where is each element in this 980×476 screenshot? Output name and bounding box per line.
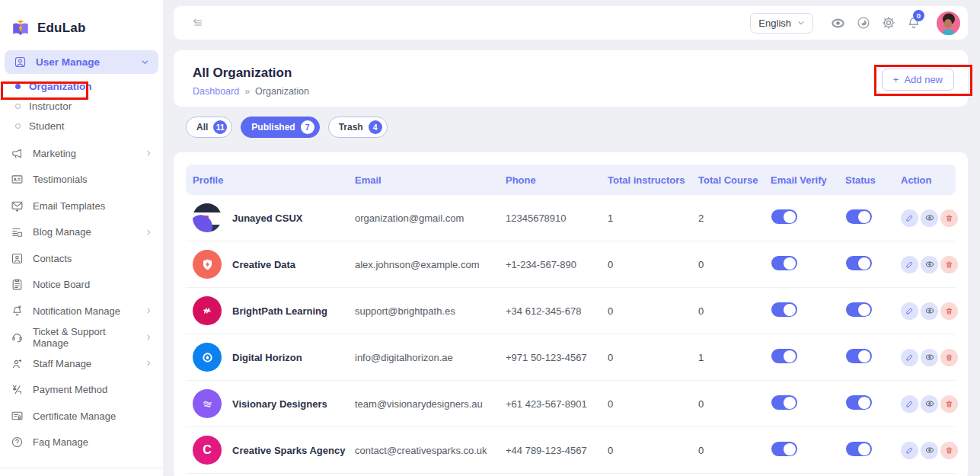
view-button[interactable] <box>921 256 938 273</box>
email-verify-toggle[interactable] <box>771 442 797 456</box>
column-header-email: Email <box>348 174 499 186</box>
delete-button[interactable] <box>940 395 958 413</box>
edit-button[interactable] <box>901 349 918 366</box>
sidebar-item-staff-manage[interactable]: Staff Manage <box>0 350 163 377</box>
total-course-value: 0 <box>691 398 764 410</box>
email-verify-toggle[interactable] <box>771 349 797 363</box>
view-button[interactable] <box>921 302 938 320</box>
notification-bell-icon[interactable]: 0 <box>901 15 926 30</box>
clipboard-icon <box>11 278 24 291</box>
notification-badge: 0 <box>913 10 924 21</box>
view-button[interactable] <box>921 209 938 227</box>
sidebar-item-label: Notice Board <box>33 279 152 290</box>
shield-icon <box>200 257 215 272</box>
delete-button[interactable] <box>940 442 958 459</box>
sidebar-item-label: Contacts <box>33 253 152 264</box>
headset-icon <box>11 331 24 343</box>
delete-button[interactable] <box>940 256 958 273</box>
organization-name: Digital Horizon <box>232 352 302 363</box>
filter-tab-published[interactable]: Published 7 <box>241 117 319 138</box>
sidebar-item-label: Certificate Manage <box>33 411 152 422</box>
dark-mode-moon-icon[interactable] <box>851 15 876 30</box>
eye-icon[interactable] <box>825 15 851 31</box>
delete-button[interactable] <box>940 209 958 227</box>
edit-button[interactable] <box>901 302 918 320</box>
view-button[interactable] <box>921 349 938 366</box>
total-instructors-value: 0 <box>601 352 691 363</box>
email-verify-toggle[interactable] <box>771 395 797 410</box>
chevron-right-icon <box>145 334 152 341</box>
organization-name: Visionary Designers <box>232 398 327 410</box>
bullet-icon <box>15 84 21 89</box>
filter-tab-all[interactable]: All 11 <box>186 117 232 138</box>
organization-phone: +44 789-123-4567 <box>499 445 601 456</box>
delete-button[interactable] <box>940 349 958 366</box>
sidebar-item-ticket-support-manage[interactable]: Ticket & Support Manage <box>0 324 163 351</box>
testimonial-card-icon <box>11 173 24 186</box>
email-verify-toggle[interactable] <box>771 209 797 224</box>
sidebar-item-notification-manage[interactable]: Notification Manage <box>0 298 163 324</box>
total-instructors-value: 1 <box>601 212 691 224</box>
sidebar-group-user-manage[interactable]: User Manage <box>5 50 158 74</box>
brand-name: EduLab <box>37 21 86 36</box>
filter-tab-trash[interactable]: Trash 4 <box>328 117 388 138</box>
status-toggle[interactable] <box>846 395 872 410</box>
filter-label: All <box>196 122 208 133</box>
filter-count-badge: 11 <box>213 120 227 134</box>
sidebar-item-email-templates[interactable]: Email Templates <box>0 193 163 219</box>
sidebar-item-payment-method[interactable]: Payment Method <box>0 377 163 404</box>
edit-button[interactable] <box>901 256 918 273</box>
sidebar-item-notice-board[interactable]: Notice Board <box>0 272 163 299</box>
email-verify-toggle[interactable] <box>771 256 797 270</box>
organization-avatar <box>193 389 222 418</box>
organization-avatar <box>193 343 222 372</box>
sidebar-item-label: Email Templates <box>33 200 152 212</box>
view-button[interactable] <box>921 442 938 459</box>
contact-card-icon <box>11 252 24 265</box>
bullet-icon <box>15 104 21 109</box>
sidebar-item-label: Testimonials <box>33 174 152 185</box>
chevron-right-icon <box>145 359 152 367</box>
status-toggle[interactable] <box>846 442 872 456</box>
sidebar-item-certificate-manage[interactable]: Certificate Manage <box>0 403 163 430</box>
organization-avatar: C <box>193 436 222 465</box>
user-avatar[interactable] <box>937 11 960 35</box>
sidebar-item-blog-manage[interactable]: Blog Manage <box>0 219 163 246</box>
total-instructors-value: 0 <box>601 445 691 456</box>
status-toggle[interactable] <box>846 256 872 270</box>
delete-button[interactable] <box>940 302 958 320</box>
toggle-knob <box>858 397 870 409</box>
table-header-row: Profile Email Phone Total instructors To… <box>186 165 956 195</box>
sidebar-item-instructor[interactable]: Instructor <box>0 96 163 116</box>
sidebar-item-organization[interactable]: Organization <box>0 76 163 96</box>
organization-phone: +34 612-345-678 <box>499 305 601 317</box>
toggle-knob <box>784 257 796 270</box>
sidebar-item-label: Payment Method <box>33 384 152 395</box>
status-toggle[interactable] <box>846 302 872 317</box>
sidebar-item-faq-manage[interactable]: Faq Manage <box>0 430 163 456</box>
sidebar-collapse-icon[interactable] <box>192 17 204 29</box>
gear-icon[interactable] <box>876 15 901 30</box>
sidebar-item-marketing[interactable]: Marketing <box>0 140 163 167</box>
status-toggle[interactable] <box>846 209 872 224</box>
sidebar-item-contacts[interactable]: Contacts <box>0 245 163 272</box>
add-new-button[interactable]: + Add new <box>882 69 954 91</box>
status-toggle[interactable] <box>846 349 872 363</box>
sidebar-item-label: Notification Manage <box>33 305 136 317</box>
sidebar-item-testimonials[interactable]: Testimonials <box>0 167 163 193</box>
email-verify-toggle[interactable] <box>771 302 797 317</box>
column-header-email-verify: Email Verify <box>764 174 838 186</box>
total-course-value: 1 <box>691 352 764 363</box>
table-row: Creative Data alex.johnson@example.com +… <box>186 241 956 288</box>
breadcrumb-dashboard-link[interactable]: Dashboard <box>193 86 239 97</box>
edit-button[interactable] <box>901 395 918 413</box>
sidebar-item-student[interactable]: Student <box>0 116 163 136</box>
view-button[interactable] <box>921 395 938 413</box>
total-instructors-value: 0 <box>601 398 691 410</box>
edit-button[interactable] <box>901 442 918 459</box>
edit-button[interactable] <box>901 209 918 227</box>
language-select[interactable]: English <box>750 13 813 34</box>
table-row: Junayed CSUX organization@gmail.com 1234… <box>186 195 956 241</box>
organization-avatar <box>193 296 222 325</box>
organization-email: team@visionarydesigners.au <box>348 398 499 410</box>
